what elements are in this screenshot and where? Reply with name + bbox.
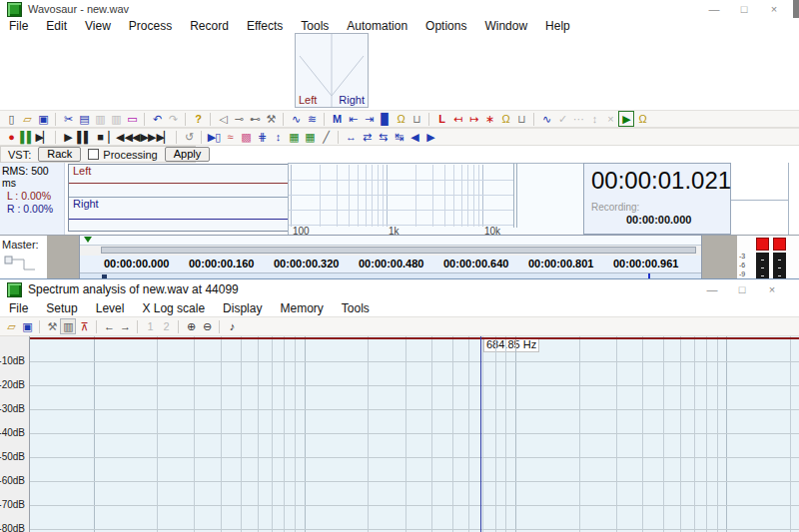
zoom-in-h-button[interactable]: ⇄: [359, 129, 375, 145]
loop-point-button[interactable]: L: [433, 111, 449, 127]
clip-led-left[interactable]: [756, 238, 769, 251]
spectrum-menu-level[interactable]: Level: [87, 301, 134, 315]
menu-window[interactable]: Window: [475, 19, 536, 33]
open-file-button[interactable]: ▱: [19, 111, 35, 127]
save-file-button[interactable]: ▣: [35, 111, 51, 127]
waveform-paste-button[interactable]: ≋: [304, 111, 320, 127]
zoom-out-button[interactable]: ⊖: [199, 318, 215, 334]
next-view-button[interactable]: ▶: [422, 129, 438, 145]
cue-marker-icon[interactable]: [84, 237, 92, 243]
loop-playback-button[interactable]: ↺: [181, 129, 197, 145]
cut-button[interactable]: ✂: [60, 111, 76, 127]
new-file-button[interactable]: ▯: [3, 111, 19, 127]
menu-record[interactable]: Record: [181, 19, 238, 33]
waveform-copy-button[interactable]: ∿: [288, 111, 304, 127]
freq-next-button[interactable]: →: [117, 318, 133, 334]
menu-file[interactable]: File: [0, 19, 37, 33]
menu-edit[interactable]: Edit: [37, 19, 76, 33]
menu-automation[interactable]: Automation: [338, 19, 416, 33]
pencil-edit-button[interactable]: ╱: [318, 129, 334, 145]
marker-delete-button[interactable]: ⊔: [408, 111, 424, 127]
marker-strip[interactable]: [80, 236, 701, 246]
auto-play-button[interactable]: ▶: [618, 111, 634, 127]
close-button[interactable]: ×: [759, 3, 789, 15]
x-log-scale-button[interactable]: ⊼: [76, 318, 92, 334]
menu-options[interactable]: Options: [416, 19, 475, 33]
memory-1-button[interactable]: 1: [142, 318, 158, 334]
help-button[interactable]: ?: [190, 111, 206, 127]
maximize-button[interactable]: □: [727, 283, 757, 295]
midi-in-button[interactable]: ⊸: [231, 111, 247, 127]
spectrum-menu-setup[interactable]: Setup: [37, 301, 86, 315]
paste-mix-button[interactable]: ▥: [108, 111, 124, 127]
channel-display-button[interactable]: ▥: [60, 318, 76, 334]
spectrum-save-button[interactable]: ▣: [19, 318, 35, 334]
spectrum-menu-x-log-scale[interactable]: X Log scale: [133, 301, 214, 315]
rewind-button[interactable]: ◀◀: [124, 129, 140, 145]
zoom-in-button[interactable]: ⊕: [183, 318, 199, 334]
kick-right-button[interactable]: ▦: [302, 129, 318, 145]
go-start-button[interactable]: ▏◀: [108, 129, 124, 145]
play-from-cursor-button[interactable]: ▶▏: [35, 129, 51, 145]
close-button[interactable]: ×: [757, 283, 787, 295]
spectrum-open-button[interactable]: ▱: [3, 318, 19, 334]
global-lock-button[interactable]: Ω: [634, 111, 650, 127]
spectrum-menu-display[interactable]: Display: [214, 301, 271, 315]
wave-view[interactable]: Left Right: [68, 164, 289, 232]
envelope-clear-button[interactable]: ×: [602, 111, 618, 127]
menu-help[interactable]: Help: [536, 19, 579, 33]
copy-button[interactable]: ▤: [76, 111, 92, 127]
spectrum-menu-memory[interactable]: Memory: [271, 301, 332, 315]
note-tuning-button[interactable]: ♪: [224, 318, 240, 334]
marker-next-button[interactable]: ⇥: [361, 111, 377, 127]
loop-wave-button[interactable]: ∗: [481, 111, 497, 127]
redo-button[interactable]: ↷: [165, 111, 181, 127]
trim-button[interactable]: ▭: [124, 111, 140, 127]
processing-checkbox[interactable]: [88, 149, 99, 160]
maximize-button[interactable]: □: [729, 3, 759, 15]
prev-view-button[interactable]: ◀: [406, 129, 422, 145]
loop-end-button[interactable]: ↦: [465, 111, 481, 127]
spectrum-menu-tools[interactable]: Tools: [333, 301, 379, 315]
marker-prev-button[interactable]: ⇤: [345, 111, 361, 127]
spectrum-settings-button[interactable]: ⚒: [44, 318, 60, 334]
menu-tools[interactable]: Tools: [292, 19, 338, 33]
loop-start-button[interactable]: ↤: [449, 111, 465, 127]
envelope-scale-button[interactable]: ↕: [586, 111, 602, 127]
timeline-scrollbar[interactable]: [80, 246, 701, 256]
forward-button[interactable]: ▶▶: [140, 129, 156, 145]
record-pause-button[interactable]: ▌▌: [19, 129, 35, 145]
spectrum-plot-area[interactable]: 684.85 Hz: [30, 336, 799, 532]
zoom-all-button[interactable]: ↹: [391, 129, 406, 145]
vst-rack-button[interactable]: Rack: [38, 147, 81, 162]
minimize-button[interactable]: —: [697, 283, 727, 295]
play-file-button[interactable]: ▶▯: [206, 129, 222, 145]
play-button[interactable]: ▶: [60, 129, 76, 145]
midi-out-button[interactable]: ⊷: [247, 111, 263, 127]
menu-effects[interactable]: Effects: [238, 19, 292, 33]
menu-view[interactable]: View: [76, 19, 120, 33]
pan-widget[interactable]: Left Right: [295, 33, 369, 108]
timeline-panel[interactable]: 00:00:00.00000:00:00.16000:00:00.32000:0…: [79, 235, 702, 280]
go-end-button[interactable]: ▶▏: [156, 129, 172, 145]
loop-delete-button[interactable]: ⊔: [513, 111, 529, 127]
statistics-button[interactable]: ≈: [222, 129, 238, 145]
marker-lock-button[interactable]: Ω: [393, 111, 408, 127]
copy-window-button[interactable]: ▩: [238, 129, 254, 145]
scrollbar-thumb[interactable]: [101, 247, 696, 254]
freq-prev-button[interactable]: ←: [101, 318, 117, 334]
record-button[interactable]: ●: [3, 129, 19, 145]
master-routing-icon[interactable]: [4, 254, 40, 275]
spectrum-titlebar[interactable]: Spectrum analysis of new.wav at 44099 —□…: [0, 279, 799, 299]
memory-2-button[interactable]: 2: [158, 318, 174, 334]
marker-wave-button[interactable]: ▉: [377, 111, 393, 127]
fit-vertical-button[interactable]: ↕: [270, 129, 286, 145]
envelope-apply-button[interactable]: ✓: [554, 111, 570, 127]
audio-config-button[interactable]: ◁: [215, 111, 231, 127]
zoom-out-h-button[interactable]: ⇆: [375, 129, 391, 145]
options-wrench-button[interactable]: ⚒: [263, 111, 279, 127]
pause-button[interactable]: ▌▌: [76, 129, 92, 145]
minimize-button[interactable]: —: [699, 3, 729, 15]
kick-left-button[interactable]: ▦: [286, 129, 302, 145]
stop-button[interactable]: ■: [92, 129, 108, 145]
